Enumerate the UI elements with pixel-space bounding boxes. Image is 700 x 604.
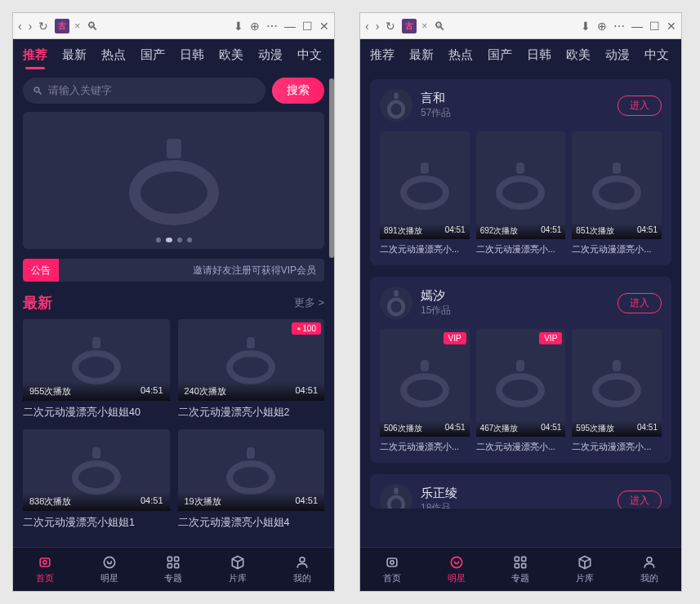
video-card[interactable]: 851次播放 04:51 二次元动漫漂亮小... xyxy=(572,131,662,255)
svg-point-1 xyxy=(43,561,47,564)
duration: 04:51 xyxy=(295,385,318,397)
nav-user[interactable]: 我的 xyxy=(293,554,311,584)
enter-button[interactable]: 进入 xyxy=(618,95,662,116)
nav-back-icon[interactable]: ‹ xyxy=(18,20,22,33)
enter-button[interactable]: 进入 xyxy=(618,293,662,313)
video-title: 二次元动漫漂亮小... xyxy=(572,437,662,453)
globe-icon[interactable]: ⊕ xyxy=(597,20,607,33)
coin-badge: 100 xyxy=(292,322,321,335)
play-count: 19次播放 xyxy=(185,495,221,508)
duration: 04:51 xyxy=(140,495,163,508)
nav-label: 我的 xyxy=(640,572,658,584)
close-tab-icon[interactable]: × xyxy=(74,20,80,32)
carousel-dots xyxy=(156,238,192,242)
refresh-icon[interactable]: ↻ xyxy=(38,20,48,33)
enter-button[interactable]: 进入 xyxy=(618,491,662,509)
tab-favicon: 古 xyxy=(55,19,69,33)
category-tab[interactable]: 欧美 xyxy=(219,47,243,68)
nav-forward-icon[interactable]: › xyxy=(29,20,33,33)
download-icon[interactable]: ⬇ xyxy=(234,20,243,33)
search-icon[interactable]: 🔍︎ xyxy=(87,20,98,33)
scrollbar[interactable] xyxy=(329,78,334,258)
category-tab[interactable]: 欧美 xyxy=(566,47,591,68)
nav-label: 明星 xyxy=(448,572,466,584)
svg-rect-14 xyxy=(522,564,526,568)
category-tab[interactable]: 推荐 xyxy=(370,47,395,68)
category-tab[interactable]: 热点 xyxy=(448,47,473,68)
search-placeholder: 请输入关键字 xyxy=(48,83,112,98)
nav-back-icon[interactable]: ‹ xyxy=(365,20,369,33)
nav-box[interactable]: 片库 xyxy=(229,554,247,584)
section-more-link[interactable]: 更多 > xyxy=(294,295,324,310)
category-tab[interactable]: 日韩 xyxy=(527,47,551,68)
star-block: 嫣汐 15作品 进入 VIP 506次播放 04:51 二次元动漫漂亮小... xyxy=(370,277,671,463)
avatar[interactable] xyxy=(380,286,412,319)
nav-user[interactable]: 我的 xyxy=(640,554,658,584)
announcement-bar[interactable]: 公告 邀请好友注册可获得VIP会员 xyxy=(23,259,324,282)
hero-carousel[interactable] xyxy=(23,112,324,249)
maximize-icon[interactable]: ☐ xyxy=(649,20,660,33)
video-card[interactable]: 955次播放 04:51 二次元动漫漂亮小姐姐40 xyxy=(23,319,170,421)
search-icon[interactable]: 🔍︎ xyxy=(434,20,445,33)
duration: 04:51 xyxy=(140,385,163,397)
play-count: 838次播放 xyxy=(29,495,71,508)
minimize-icon[interactable]: — xyxy=(284,20,296,33)
nav-forward-icon[interactable]: › xyxy=(376,20,380,33)
home-icon xyxy=(37,554,53,571)
close-window-icon[interactable]: ✕ xyxy=(319,20,329,33)
search-button[interactable]: 搜索 xyxy=(272,78,324,104)
duration: 04:51 xyxy=(637,423,658,434)
category-tab[interactable]: 国产 xyxy=(488,47,512,68)
close-tab-icon[interactable]: × xyxy=(421,20,427,32)
avatar[interactable] xyxy=(380,484,412,509)
video-title: 二次元动漫漂亮小姐姐1 xyxy=(23,511,170,531)
nav-home[interactable]: 首页 xyxy=(36,554,54,584)
placeholder-logo-icon xyxy=(129,135,219,225)
placeholder-logo-icon xyxy=(226,335,275,384)
video-card[interactable]: 595次播放 04:51 二次元动漫漂亮小... xyxy=(572,329,662,453)
nav-box[interactable]: 片库 xyxy=(576,554,594,584)
video-card[interactable]: 891次播放 04:51 二次元动漫漂亮小... xyxy=(380,131,470,255)
search-input[interactable]: 🔍︎ 请输入关键字 xyxy=(23,78,265,104)
video-thumb: 955次播放 04:51 xyxy=(23,319,170,401)
category-tab[interactable]: 最新 xyxy=(409,47,434,68)
category-tab[interactable]: 动漫 xyxy=(605,47,630,68)
category-tab[interactable]: 国产 xyxy=(140,47,165,68)
globe-icon[interactable]: ⊕ xyxy=(250,20,260,33)
video-card[interactable]: 100 240次播放 04:51 二次元动漫漂亮小姐姐2 xyxy=(178,319,325,421)
device-right: ‹ › ↻ 古 × 🔍︎ ⬇ ⊕ ⋯ — ☐ ✕ 推荐最新热点国产日韩欧美动漫中… xyxy=(359,12,682,592)
category-tab[interactable]: 动漫 xyxy=(258,47,283,68)
download-icon[interactable]: ⬇ xyxy=(581,20,591,33)
category-tab[interactable]: 中文 xyxy=(297,47,322,68)
close-window-icon[interactable]: ✕ xyxy=(667,20,676,33)
category-tab[interactable]: 中文 xyxy=(644,47,669,68)
video-card[interactable]: VIP 506次播放 04:51 二次元动漫漂亮小... xyxy=(380,329,470,453)
more-icon[interactable]: ⋯ xyxy=(266,20,278,33)
nav-grid[interactable]: 专题 xyxy=(164,554,182,584)
nav-star[interactable]: 明星 xyxy=(448,554,466,584)
placeholder-logo-icon xyxy=(387,290,405,317)
video-title: 二次元动漫漂亮小... xyxy=(380,239,470,255)
category-tab[interactable]: 最新 xyxy=(62,47,87,68)
category-tab[interactable]: 热点 xyxy=(101,47,126,68)
nav-star[interactable]: 明星 xyxy=(100,554,118,584)
nav-home[interactable]: 首页 xyxy=(383,554,401,584)
category-tab[interactable]: 日韩 xyxy=(180,47,204,68)
more-icon[interactable]: ⋯ xyxy=(613,20,625,33)
placeholder-logo-icon xyxy=(592,161,641,210)
star-video-grid: VIP 506次播放 04:51 二次元动漫漂亮小... VIP xyxy=(380,329,662,453)
video-card[interactable]: VIP 467次播放 04:51 二次元动漫漂亮小... xyxy=(476,329,566,453)
svg-rect-0 xyxy=(40,558,50,566)
category-tab[interactable]: 推荐 xyxy=(23,47,47,68)
nav-grid[interactable]: 专题 xyxy=(511,554,529,584)
video-card[interactable]: 19次播放 04:51 二次元动漫漂亮小姐姐4 xyxy=(178,429,325,531)
star-block: 言和 57作品 进入 891次播放 04:51 二次元动漫漂亮小... xyxy=(370,79,671,265)
svg-rect-8 xyxy=(387,558,397,566)
video-card[interactable]: 838次播放 04:51 二次元动漫漂亮小姐姐1 xyxy=(23,429,170,531)
video-card[interactable]: 692次播放 04:51 二次元动漫漂亮小... xyxy=(476,131,566,255)
avatar[interactable] xyxy=(380,89,412,122)
refresh-icon[interactable]: ↻ xyxy=(386,20,395,33)
nav-label: 我的 xyxy=(293,572,311,584)
maximize-icon[interactable]: ☐ xyxy=(302,20,313,33)
minimize-icon[interactable]: — xyxy=(631,20,643,33)
